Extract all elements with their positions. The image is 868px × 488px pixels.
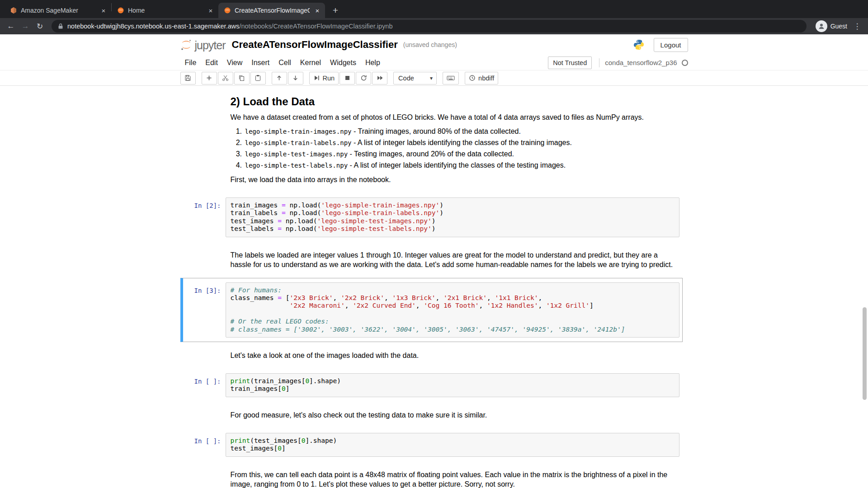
logout-button[interactable]: Logout bbox=[654, 38, 688, 52]
menu-cell[interactable]: Cell bbox=[274, 59, 296, 67]
code-line: train_images = np.load('lego-simple-trai… bbox=[231, 202, 675, 209]
tab-close-icon[interactable]: × bbox=[207, 6, 215, 14]
code-cell[interactable]: In [ ]:print(train_images[0].shape)train… bbox=[180, 369, 683, 402]
copy-cells-button[interactable] bbox=[234, 72, 250, 84]
tab-close-icon[interactable]: × bbox=[99, 6, 108, 14]
run-label: Run bbox=[323, 75, 335, 82]
profile-label: Guest bbox=[830, 23, 847, 30]
run-button[interactable]: Run bbox=[309, 72, 339, 84]
code-editor[interactable]: train_images = np.load('lego-simple-trai… bbox=[226, 197, 679, 237]
inline-code: lego-simple-train-labels.npy bbox=[245, 139, 352, 146]
menu-help[interactable]: Help bbox=[361, 59, 385, 67]
add-cell-button[interactable] bbox=[202, 72, 217, 84]
browser-tab-sagemaker[interactable]: Amazon SageMaker × bbox=[5, 3, 111, 18]
nbdiff-button[interactable]: nbdiff bbox=[465, 72, 498, 84]
scrollbar-thumb[interactable] bbox=[863, 307, 867, 400]
tab-title: Home bbox=[128, 7, 203, 14]
forward-icon[interactable]: → bbox=[19, 20, 32, 33]
nbdiff-label: nbdiff bbox=[478, 75, 494, 82]
paragraph: First, we load the data into arrays in t… bbox=[231, 175, 674, 184]
markdown-body: The labels we loaded are integer values … bbox=[226, 246, 682, 273]
lock-icon bbox=[58, 23, 63, 29]
list-item: lego-simple-train-labels.npy - A list of… bbox=[244, 138, 674, 148]
jupyter-favicon-icon bbox=[117, 7, 124, 14]
code-line: '2x2 Macaroni', '2x2 Curved End', 'Cog 1… bbox=[231, 302, 675, 310]
save-button[interactable] bbox=[180, 72, 196, 84]
cell-type-value: Code bbox=[398, 75, 414, 82]
not-trusted-button[interactable]: Not Trusted bbox=[548, 56, 592, 69]
cell-input-wrap: # For humans:class_names = ['2x3 Brick',… bbox=[226, 282, 682, 338]
code-cell[interactable]: In [2]:train_images = np.load('lego-simp… bbox=[180, 193, 683, 242]
section-heading: 2) Load the Data bbox=[231, 95, 674, 108]
back-icon[interactable]: ← bbox=[5, 20, 17, 33]
paragraph: For good measure, let's also check out t… bbox=[231, 410, 674, 420]
python-logo-icon bbox=[633, 39, 645, 51]
code-cell[interactable]: In [3]:# For humans:class_names = ['2x3 … bbox=[180, 278, 683, 342]
cell-prompt bbox=[183, 466, 226, 488]
reload-icon[interactable]: ↻ bbox=[33, 20, 46, 33]
markdown-cell[interactable]: From this, we can tell each data point i… bbox=[180, 461, 683, 488]
cell-prompt: In [ ]: bbox=[183, 373, 226, 397]
browser-menu-icon[interactable]: ⋮ bbox=[851, 20, 863, 33]
browser-navbar: ← → ↻ notebook-udtwigjh8cys.notebook.us-… bbox=[0, 18, 868, 34]
divider bbox=[599, 58, 599, 67]
url-path: /notebooks/CreateATensorFlowImageClassif… bbox=[239, 23, 392, 30]
notebook-title[interactable]: CreateATensorFlowImageClassifier bbox=[232, 39, 398, 51]
new-tab-button[interactable]: + bbox=[329, 4, 342, 17]
code-line: # Or the real LEGO codes: bbox=[231, 318, 675, 325]
paragraph: Let's take a look at one of the images l… bbox=[231, 351, 674, 360]
code-editor[interactable]: print(train_images[0].shape)train_images… bbox=[226, 373, 679, 397]
cell-prompt: In [3]: bbox=[183, 282, 226, 338]
notebook-area: 2) Load the DataWe have a dataset create… bbox=[0, 86, 868, 488]
cell-input-wrap: print(test_images[0].shape)test_images[0… bbox=[226, 433, 682, 457]
tab-title: Amazon SageMaker bbox=[21, 7, 96, 14]
menu-insert[interactable]: Insert bbox=[247, 59, 274, 67]
move-cell-down-button[interactable] bbox=[288, 72, 303, 84]
markdown-cell[interactable]: Let's take a look at one of the images l… bbox=[180, 342, 683, 369]
paragraph: We have a dataset created from a set of … bbox=[231, 113, 674, 122]
cell-input-wrap: train_images = np.load('lego-simple-trai… bbox=[226, 197, 682, 237]
sagemaker-favicon-icon bbox=[10, 7, 17, 14]
jupyter-logo-icon bbox=[180, 39, 192, 51]
code-cell[interactable]: In [ ]:print(test_images[0].shape)test_i… bbox=[180, 428, 683, 461]
menu-view[interactable]: View bbox=[222, 59, 247, 67]
menu-edit[interactable]: Edit bbox=[201, 59, 222, 67]
code-editor[interactable]: # For humans:class_names = ['2x3 Brick',… bbox=[226, 282, 679, 338]
menu-widgets[interactable]: Widgets bbox=[326, 59, 361, 67]
interrupt-kernel-button[interactable] bbox=[340, 72, 355, 84]
url-host: notebook-udtwigjh8cys.notebook.us-east-1… bbox=[67, 23, 239, 30]
cell-type-select[interactable]: Code ▾ bbox=[393, 72, 437, 84]
profile-button[interactable]: Guest bbox=[816, 20, 847, 32]
cell-prompt: In [ ]: bbox=[183, 433, 226, 457]
menu-file[interactable]: File bbox=[180, 59, 201, 67]
address-bar[interactable]: notebook-udtwigjh8cys.notebook.us-east-1… bbox=[52, 20, 807, 33]
code-editor[interactable]: print(test_images[0].shape)test_images[0… bbox=[226, 433, 679, 457]
jupyter-logo[interactable]: jupyter bbox=[180, 39, 226, 51]
file-list: lego-simple-train-images.npy - Training … bbox=[231, 127, 674, 170]
list-item: lego-simple-test-labels.npy - A list of … bbox=[244, 160, 674, 170]
menu-kernel[interactable]: Kernel bbox=[296, 59, 326, 67]
chevron-down-icon: ▾ bbox=[430, 75, 433, 81]
restart-kernel-button[interactable] bbox=[356, 72, 371, 84]
cell-prompt bbox=[183, 93, 226, 188]
tab-close-icon[interactable]: × bbox=[313, 6, 321, 14]
paste-cells-button[interactable] bbox=[250, 72, 266, 84]
tab-title: CreateATensorFlowImageClass bbox=[235, 7, 310, 14]
kernel-name: conda_tensorflow2_p36 bbox=[605, 59, 677, 66]
command-palette-button[interactable] bbox=[443, 72, 459, 84]
markdown-cell[interactable]: For good measure, let's also check out t… bbox=[180, 402, 683, 428]
restart-run-all-button[interactable] bbox=[372, 72, 387, 84]
move-cell-up-button[interactable] bbox=[272, 72, 287, 84]
notebook-menubar: File Edit View Insert Cell Kernel Widget… bbox=[0, 55, 868, 70]
code-line: print(test_images[0].shape) bbox=[231, 437, 675, 445]
cut-cells-button[interactable] bbox=[218, 72, 233, 84]
browser-tab-notebook[interactable]: CreateATensorFlowImageClass × bbox=[218, 3, 325, 18]
cell-prompt bbox=[183, 246, 226, 273]
cell-input-wrap: print(train_images[0].shape)train_images… bbox=[226, 373, 682, 397]
markdown-cell[interactable]: 2) Load the DataWe have a dataset create… bbox=[180, 89, 683, 193]
cell-prompt: In [2]: bbox=[183, 197, 226, 237]
markdown-cell[interactable]: The labels we loaded are integer values … bbox=[180, 242, 683, 278]
markdown-body: For good measure, let's also check out t… bbox=[226, 406, 682, 424]
code-line: test_labels = np.load('lego-simple-test-… bbox=[231, 225, 675, 233]
browser-tab-home[interactable]: Home × bbox=[112, 3, 218, 18]
